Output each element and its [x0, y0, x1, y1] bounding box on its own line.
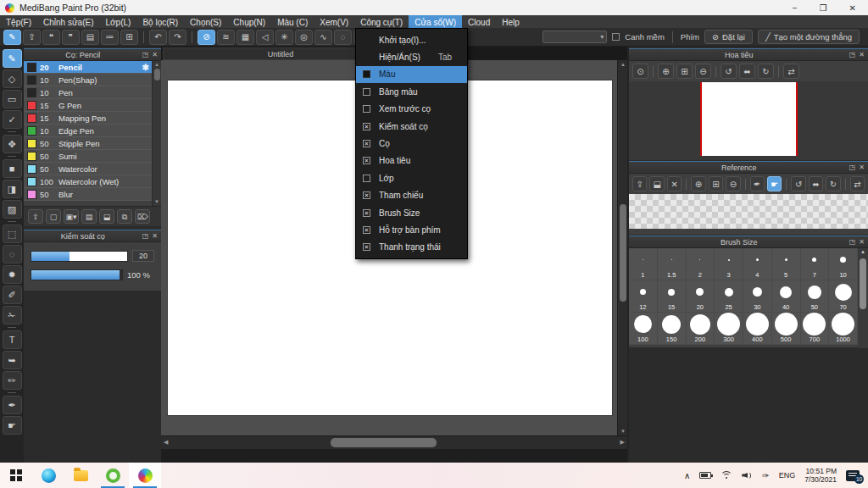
layout-edit-button[interactable]: ⊞	[120, 30, 138, 45]
make-straight-line-button[interactable]: ╱ Tạo một đường thẳng	[758, 30, 860, 44]
notification-icon[interactable]: 10	[846, 470, 860, 481]
canvas-vertical-scrollbar[interactable]: ▲ ▼	[617, 60, 627, 435]
ref-eyedropper-button[interactable]: ✒	[750, 176, 765, 191]
rotate-cw-button[interactable]: ↻	[758, 64, 774, 79]
fill-rect-tool[interactable]: ■	[3, 159, 22, 178]
eyedropper-tool[interactable]: ✒	[3, 396, 22, 414]
duplicate-brush-button[interactable]: ⧉	[117, 209, 132, 224]
soft-edge-checkbox[interactable]	[612, 33, 620, 41]
ref-flip-button[interactable]: ⇄	[850, 176, 865, 191]
ref-zoom-out-button[interactable]: ⊖	[726, 176, 740, 191]
brush-size-10[interactable]: 10	[829, 248, 858, 280]
brush-row[interactable]: 50Stipple Pen	[24, 137, 152, 150]
brush-size-7[interactable]: 7	[801, 248, 830, 280]
scroll-up-icon[interactable]: ▲	[620, 62, 626, 67]
cloud-upload-button[interactable]: ⇪	[28, 209, 43, 224]
brush-row[interactable]: 20Pencil✱	[24, 61, 152, 74]
select-pen-tool[interactable]: ✐	[3, 286, 22, 304]
menu-Bộ lọc(R)[interactable]: Bộ lọc(R)	[136, 15, 184, 28]
menu-Chụp(N)[interactable]: Chụp(N)	[227, 15, 271, 28]
wifi-icon[interactable]	[721, 471, 732, 480]
new-brush-menu-button[interactable]: ▣▾	[64, 209, 79, 224]
flip-view-button[interactable]: ⇄	[783, 64, 799, 79]
zoom-in-button[interactable]: ⊕	[658, 64, 674, 79]
document-button[interactable]: ▤	[81, 30, 99, 45]
reset-rotation-button[interactable]: ⬌	[739, 64, 755, 79]
ref-reset-rotation-button[interactable]: ⬌	[809, 176, 823, 191]
restore-button[interactable]: ❒	[820, 3, 827, 13]
window-menu-item[interactable]: ✕Hỗ trợ bàn phím	[356, 221, 467, 238]
lasso-tool[interactable]: ◌	[3, 245, 22, 263]
menu-Lớp(L)[interactable]: Lớp(L)	[100, 15, 137, 28]
brush-size-2[interactable]: 2	[687, 248, 715, 280]
brush-size-500[interactable]: 500	[772, 313, 801, 345]
brush-row[interactable]: 10Edge Pen	[24, 125, 152, 137]
magic-wand-tool[interactable]: ✹	[3, 265, 22, 284]
fit-view-button[interactable]: ⊞	[676, 64, 693, 79]
reset-button[interactable]: ⊘ Đặt lại	[704, 30, 753, 44]
brush-size-700[interactable]: 700	[801, 313, 830, 345]
window-menu-item[interactable]: Khởi tạo(I)...	[356, 31, 467, 48]
shape-brush-tool[interactable]: ▭	[3, 90, 22, 108]
close-icon[interactable]: ✕	[859, 51, 865, 58]
pen-icon[interactable]: ✑	[762, 471, 769, 480]
select-rect-tool[interactable]: ⬚	[3, 225, 22, 243]
pen-tool[interactable]: ✏	[3, 371, 22, 390]
brush-settings-icon[interactable]: ✱	[142, 63, 149, 72]
brush-size-1000[interactable]: 1000	[829, 313, 858, 345]
close-icon[interactable]: ✕	[859, 164, 865, 171]
window-menu-item[interactable]: Xem trước cọ	[356, 101, 467, 118]
brush-size-3[interactable]: 3	[715, 248, 743, 280]
hand-tool[interactable]: ☛	[3, 416, 22, 435]
ref-zoom-in-button[interactable]: ⊕	[691, 176, 705, 191]
taskbar-medibang-paint[interactable]	[129, 463, 161, 488]
brush-size-300[interactable]: 300	[715, 313, 743, 345]
brush-opacity-slider[interactable]	[31, 269, 123, 280]
close-icon[interactable]: ✕	[152, 51, 158, 58]
brush-row[interactable]: 10Pen(Shap)	[24, 74, 152, 86]
menu-Xem(V)[interactable]: Xem(V)	[314, 15, 354, 28]
operation-tool[interactable]: ➥	[3, 351, 22, 369]
menu-Tệp(F)[interactable]: Tệp(F)	[0, 15, 37, 28]
brush-size-70[interactable]: 70	[829, 280, 858, 313]
brush-size-1.5[interactable]: 1.5	[658, 248, 687, 280]
grid-snap-button[interactable]: ▦	[236, 30, 254, 45]
window-menu-item[interactable]: Màu	[356, 66, 467, 83]
navigator-preview[interactable]	[629, 81, 868, 160]
scroll-up-icon[interactable]: ▲	[154, 61, 159, 69]
brush-size-50[interactable]: 50	[801, 280, 830, 313]
brush-size-40[interactable]: 40	[772, 280, 801, 313]
rotate-ccw-button[interactable]: ↺	[721, 64, 737, 79]
ref-fit-button[interactable]: ⊞	[709, 176, 723, 191]
checklist-button[interactable]: ≔	[101, 30, 119, 45]
delete-brush-button[interactable]: ⌦	[135, 209, 150, 224]
tray-chevron-icon[interactable]: ∧	[684, 471, 690, 480]
radial-snap-button[interactable]: ✳	[275, 30, 293, 45]
close-icon[interactable]: ✕	[859, 238, 865, 246]
ref-folder-open-button[interactable]: ⬓	[649, 176, 664, 191]
parallel-snap-button[interactable]: ≋	[217, 30, 235, 45]
scroll-down-icon[interactable]: ▼	[620, 429, 626, 434]
taskbar-medibang-launcher[interactable]	[97, 463, 129, 488]
eraser-tool[interactable]: ◇	[3, 69, 22, 88]
select-eraser-tool[interactable]: ✁	[3, 306, 22, 324]
popout-icon[interactable]: ◳	[849, 238, 856, 246]
brush-row[interactable]: 100Watercolor (Wet)	[24, 175, 152, 188]
popout-icon[interactable]: ◳	[142, 51, 149, 58]
brush-list-scrollbar[interactable]: ▲ ▼	[152, 61, 161, 206]
menu-Chọn(S)[interactable]: Chọn(S)	[184, 15, 227, 28]
ref-rotate-ccw-button[interactable]: ↺	[791, 176, 805, 191]
script-brush-button[interactable]: ▤	[81, 209, 97, 224]
window-menu-item[interactable]: Lớp	[356, 169, 467, 186]
window-menu-item[interactable]: ✕Cọ	[356, 135, 467, 152]
brush-row[interactable]: 15G Pen	[24, 99, 152, 112]
window-menu-item[interactable]: Hiện/Ẩn(S)Tab	[356, 48, 467, 65]
ref-hand-button[interactable]: ☛	[767, 176, 782, 191]
menu-Màu (C)[interactable]: Màu (C)	[271, 15, 314, 28]
taskbar-explorer[interactable]	[64, 463, 97, 488]
snap-off-button[interactable]: ⊘	[198, 30, 215, 45]
brush-size-25[interactable]: 25	[715, 280, 743, 313]
menu-Cửa sổ(W)[interactable]: Cửa sổ(W)	[409, 15, 462, 28]
undo-button[interactable]: ↶	[149, 30, 167, 45]
scroll-up-icon[interactable]: ▲	[860, 249, 865, 254]
